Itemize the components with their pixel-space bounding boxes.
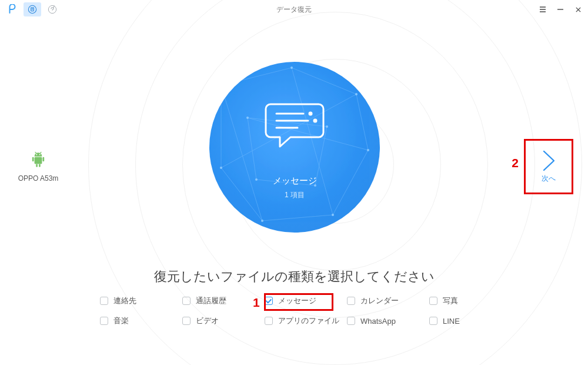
category-label: カレンダー [360,296,399,306]
svg-point-17 [261,220,263,222]
svg-point-12 [220,84,222,87]
app-logo-icon[interactable] [4,2,21,16]
window-title: データ復元 [0,5,588,15]
connected-device: OPPO A53m [15,151,62,182]
checkbox-icon [347,317,355,325]
svg-rect-3 [35,157,42,164]
category-label: 音楽 [113,316,129,326]
checkbox-icon [347,297,355,305]
mode-recovery-icon[interactable] [24,2,41,16]
category-whatsapp[interactable]: WhatsApp [347,316,429,326]
svg-point-13 [290,67,293,69]
svg-point-10 [36,154,37,155]
checkbox-icon [429,317,437,325]
svg-point-26 [309,112,312,115]
category-video[interactable]: ビデオ [182,316,265,326]
svg-point-2 [48,5,56,13]
svg-rect-6 [36,164,38,167]
annotation-number-2: 2 [512,156,519,170]
category-label: WhatsApp [360,317,396,326]
checkbox-icon [265,317,273,325]
category-contacts[interactable]: 連絡先 [100,296,182,306]
annotation-number-1: 1 [253,296,260,310]
category-label: アプリのファイル [278,316,339,326]
svg-rect-4 [32,157,34,162]
svg-point-15 [367,149,369,151]
chevron-right-icon [541,150,556,171]
svg-line-8 [35,152,36,153]
category-label: 写真 [443,296,458,306]
category-calendar[interactable]: カレンダー [347,296,429,306]
android-icon [31,151,46,168]
checkbox-icon [429,297,437,305]
checkbox-icon [182,297,191,305]
category-messages[interactable]: メッセージ [265,296,347,306]
message-bubble-icon [262,98,327,151]
svg-point-27 [314,120,316,122]
svg-point-19 [246,117,249,119]
minimize-icon[interactable] [552,1,569,18]
svg-rect-5 [43,157,45,162]
svg-point-18 [220,167,222,169]
category-label: ビデオ [196,316,219,326]
category-photos[interactable]: 写真 [429,296,512,306]
svg-point-21 [314,184,316,187]
category-label: LINE [443,317,460,326]
svg-line-9 [40,152,41,153]
category-label: メッセージ [278,296,316,306]
close-icon[interactable] [569,1,587,18]
category-app-files[interactable]: アプリのファイル [265,316,347,326]
category-music[interactable]: 音楽 [100,316,182,326]
svg-point-14 [355,93,358,95]
checkbox-icon [100,317,108,325]
mode-backup-icon[interactable] [44,2,61,16]
menu-icon[interactable] [534,1,552,18]
next-button-label: 次へ [542,174,556,184]
checkbox-icon [182,317,191,325]
selection-summary-circle: メッセージ 1 項目 [209,62,380,233]
svg-rect-7 [39,164,41,167]
next-button[interactable]: 次へ [527,142,570,191]
device-name: OPPO A53m [15,174,62,182]
title-bar: データ復元 [0,0,588,19]
checkbox-icon [265,297,273,305]
svg-point-16 [332,214,334,216]
category-label: 連絡先 [113,296,136,306]
svg-point-11 [39,154,41,155]
instruction-text: 復元したいファイルの種類を選択してください [0,268,588,286]
category-line[interactable]: LINE [429,316,512,326]
category-call-log[interactable]: 通話履歴 [182,296,265,306]
category-grid: 連絡先 通話履歴 メッセージ カレンダー 写真 音楽 ビデオ アプリのファイル … [100,296,512,326]
checkbox-icon [100,297,108,305]
category-label: 通話履歴 [196,296,226,306]
svg-point-22 [255,178,258,181]
